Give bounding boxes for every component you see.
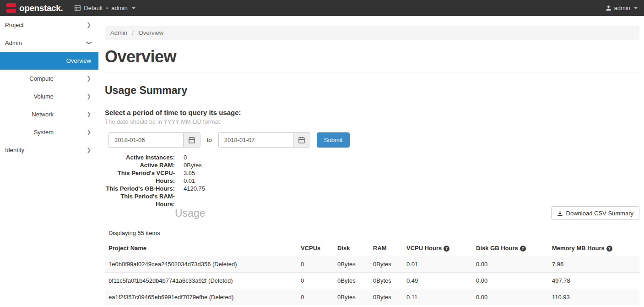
col-header-disk-gb-hours: Disk GB Hours? <box>472 241 548 256</box>
cell-memory-mb-hours: 7.96 <box>548 256 639 273</box>
user-icon <box>606 5 612 11</box>
usage-heading: Usage <box>175 207 205 219</box>
col-header-ram: RAM <box>369 241 403 256</box>
user-name-label: admin <box>614 5 630 11</box>
date-format-hint: The date should be in YYYY-MM-DD format. <box>105 118 639 125</box>
chevron-right-icon: ❯ <box>87 88 91 105</box>
col-header-label: VCPU Hours <box>406 245 442 252</box>
cell-ram: 0Bytes <box>369 273 403 289</box>
download-csv-label: Download CSV Summary <box>566 210 633 217</box>
stat-value: 3.85 <box>184 169 639 177</box>
col-header-memory-mb-hours: Memory MB Hours? <box>548 241 639 256</box>
chevron-right-icon: ❯ <box>87 16 91 34</box>
usage-table: Project Name VCPUs Disk RAM VCPU Hours? … <box>105 241 639 305</box>
help-icon[interactable]: ? <box>606 246 612 252</box>
sidebar-item-label: Identity <box>5 147 24 154</box>
period-prompt: Select a period of time to query its usa… <box>105 109 639 116</box>
user-menu[interactable]: admin <box>606 5 638 11</box>
calendar-addon-button[interactable] <box>183 132 200 148</box>
table-row: bf11c5fa0f1b452db4b7741a6c33a92f (Delete… <box>105 273 639 289</box>
sidebar-item-admin[interactable]: Admin ❯ <box>0 34 98 52</box>
stat-label: Active Instances: <box>105 154 175 161</box>
page-title: Overview <box>105 47 639 66</box>
download-csv-button[interactable]: Download CSV Summary <box>551 206 639 220</box>
title-divider <box>105 72 639 72</box>
top-navbar: openstack. Default ● admin admin <box>0 0 644 16</box>
chevron-down-icon: ❯ <box>80 40 97 45</box>
cell-ram: 0Bytes <box>369 256 403 273</box>
col-header-vcpu-hours: VCPU Hours? <box>403 241 472 256</box>
chevron-right-icon: ❯ <box>87 123 91 141</box>
col-header-label: Disk <box>337 245 350 252</box>
download-icon <box>557 210 563 216</box>
cell-vcpu-hours: 0.11 <box>403 289 472 306</box>
caret-down-icon <box>634 7 638 9</box>
cell-vcpu-hours: 0.01 <box>403 256 472 273</box>
cell-disk-gb-hours: 0.00 <box>472 256 548 273</box>
caret-down-icon <box>132 7 135 9</box>
date-from-input[interactable] <box>108 132 183 148</box>
project-context-menu[interactable]: Default ● admin <box>75 5 135 11</box>
main-content: Admin / Overview Overview Usage Summary … <box>98 16 644 305</box>
date-range-form: to Submit <box>108 132 639 148</box>
sidebar-item-overview[interactable]: Overview <box>0 52 98 70</box>
domain-icon <box>75 5 81 11</box>
col-header-label: Disk GB Hours <box>476 245 518 252</box>
sidebar-item-label: Admin <box>5 39 22 46</box>
col-header-label: Memory MB Hours <box>552 245 605 252</box>
usage-section-header: Usage Download CSV Summary <box>175 206 639 220</box>
breadcrumb: Admin / Overview <box>105 26 639 40</box>
help-icon[interactable]: ? <box>444 246 449 252</box>
stat-value: 4120.75 <box>184 185 639 192</box>
calendar-addon-button[interactable] <box>293 132 310 148</box>
brand-text: openstack. <box>19 3 63 13</box>
sidebar-item-label: Compute <box>29 75 54 82</box>
sidebar-item-label: Volume <box>34 93 54 100</box>
cell-disk-gb-hours: 0.00 <box>472 289 548 306</box>
date-to-input[interactable] <box>218 132 293 148</box>
sidebar-item-volume[interactable]: Volume ❯ <box>0 88 98 105</box>
cell-ram: 0Bytes <box>369 289 403 306</box>
sidebar-item-label: Network <box>32 111 54 118</box>
calendar-icon <box>298 137 305 143</box>
date-from-group <box>108 132 200 148</box>
stat-value: 0Bytes <box>184 161 639 169</box>
sidebar-item-identity[interactable]: Identity ❯ <box>0 141 98 159</box>
submit-button[interactable]: Submit <box>317 132 350 148</box>
sidebar-item-label: Overview <box>66 57 91 64</box>
cell-memory-mb-hours: 110.93 <box>548 289 639 306</box>
col-header-label: VCPUs <box>301 245 320 252</box>
table-header-row: Project Name VCPUs Disk RAM VCPU Hours? … <box>105 241 639 256</box>
sidebar-item-label: System <box>34 129 54 136</box>
stat-label: This Period's RAM-Hours: <box>105 192 175 208</box>
cell-vcpus: 0 <box>297 289 334 306</box>
context-project-label: admin <box>111 5 127 11</box>
col-header-project-name: Project Name <box>105 241 297 256</box>
cell-project-name: 1e0b0f99af0249cea24502034d73d356 (Delete… <box>105 256 297 273</box>
to-label: to <box>207 137 212 143</box>
usage-summary-heading: Usage Summary <box>105 84 639 97</box>
stat-label: This Period's VCPU-Hours: <box>105 169 175 185</box>
help-icon[interactable]: ? <box>520 246 526 252</box>
cell-project-name: ea1f2f357c09465eb6991edf7079efbe (Delete… <box>105 289 297 306</box>
sidebar-item-network[interactable]: Network ❯ <box>0 105 98 123</box>
table-row: 1e0b0f99af0249cea24502034d73d356 (Delete… <box>105 256 639 273</box>
openstack-logo-icon <box>6 3 16 13</box>
breadcrumb-admin-link[interactable]: Admin <box>110 29 127 36</box>
sidebar-item-project[interactable]: Project ❯ <box>0 16 98 34</box>
table-row: ea1f2f357c09465eb6991edf7079efbe (Delete… <box>105 289 639 306</box>
usage-stats: Active Instances: 0 Active RAM: 0Bytes T… <box>105 154 639 192</box>
cell-disk: 0Bytes <box>334 273 369 289</box>
breadcrumb-current: Overview <box>139 29 163 36</box>
sidebar-item-compute[interactable]: Compute ❯ <box>0 70 98 88</box>
cell-disk: 0Bytes <box>334 256 369 273</box>
cell-vcpus: 0 <box>297 256 334 273</box>
col-header-vcpus: VCPUs <box>297 241 334 256</box>
context-domain-label: Default <box>84 5 103 11</box>
cell-disk: 0Bytes <box>334 289 369 306</box>
openstack-brand[interactable]: openstack. <box>6 3 63 13</box>
chevron-right-icon: ❯ <box>87 141 91 159</box>
breadcrumb-separator: / <box>132 29 134 36</box>
sidebar-item-system[interactable]: System ❯ <box>0 123 98 141</box>
cell-memory-mb-hours: 497.78 <box>548 273 639 289</box>
